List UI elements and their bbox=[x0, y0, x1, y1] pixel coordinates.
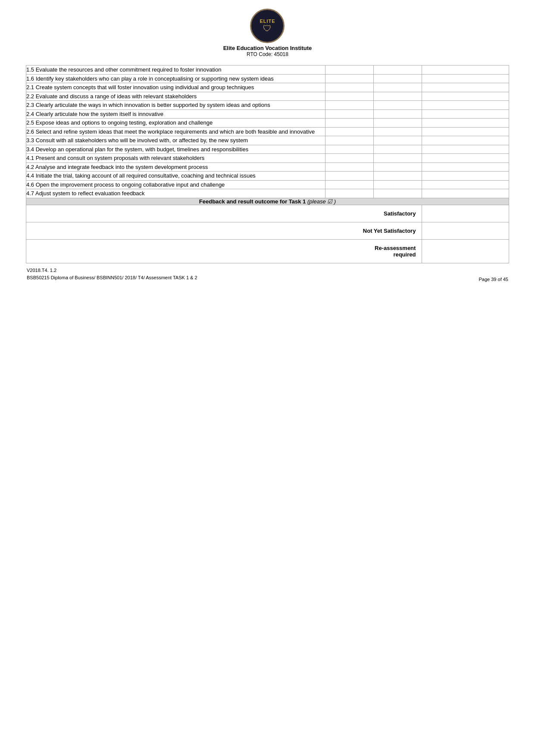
page: ELITE 🛡 Elite Education Vocation Institu… bbox=[0, 0, 535, 756]
outcome-satisfactory-row: Satisfactory bbox=[26, 205, 509, 222]
criteria-row: 4.4 Initiate the trial, taking account o… bbox=[26, 172, 509, 181]
institute-name: Elite Education Vocation Institute bbox=[223, 45, 312, 51]
criteria-row: 1.6 Identify key stakeholders who can pl… bbox=[26, 74, 509, 83]
footer-course: BSB50215 Diploma of Business/ BSBINN501/… bbox=[27, 274, 197, 282]
logo: ELITE 🛡 bbox=[250, 9, 285, 43]
feedback-label: Feedback and result outcome for Task 1 bbox=[199, 198, 306, 205]
rto-code: RTO Code: 45018 bbox=[247, 51, 288, 57]
col-empty-3-c4_1 bbox=[422, 154, 509, 163]
col-empty-3-c4_7 bbox=[422, 189, 509, 198]
nys-check[interactable] bbox=[422, 222, 509, 239]
outcome-reassess-row: Re-assessmentrequired bbox=[26, 239, 509, 263]
footer-page: Page 39 of 45 bbox=[479, 277, 508, 282]
criteria-text-c2_1: 2.1 Create system concepts that will fos… bbox=[26, 83, 325, 92]
col-empty-3-c2_3 bbox=[422, 101, 509, 110]
col-empty-2-c3_4 bbox=[374, 145, 422, 154]
col-empty-2-c4_1 bbox=[374, 154, 422, 163]
col-empty-2-c1_6 bbox=[374, 74, 422, 83]
page-header: ELITE 🛡 Elite Education Vocation Institu… bbox=[223, 9, 312, 57]
logo-shield-icon: 🛡 bbox=[263, 24, 272, 34]
col-empty-2-c2_6 bbox=[374, 127, 422, 136]
reassess-label: Re-assessmentrequired bbox=[26, 239, 422, 263]
col-empty-3-c4_6 bbox=[422, 180, 509, 189]
feedback-italic: (please ☑ ) bbox=[307, 198, 336, 205]
criteria-row: 2.6 Select and refine system ideas that … bbox=[26, 127, 509, 136]
criteria-text-c4_6: 4.6 Open the improvement process to ongo… bbox=[26, 180, 325, 189]
criteria-text-c3_4: 3.4 Develop an operational plan for the … bbox=[26, 145, 325, 154]
col-empty-1-c2_6 bbox=[325, 127, 374, 136]
criteria-text-c2_5: 2.5 Expose ideas and options to ongoing … bbox=[26, 119, 325, 128]
col-empty-1-c2_4 bbox=[325, 109, 374, 119]
col-empty-2-c4_6 bbox=[374, 180, 422, 189]
col-empty-1-c3_4 bbox=[325, 145, 374, 154]
footer-left: V2018.T4. 1.2 BSB50215 Diploma of Busine… bbox=[27, 267, 197, 282]
col-empty-2-c2_4 bbox=[374, 109, 422, 119]
col-empty-3-c3_3 bbox=[422, 136, 509, 145]
nys-label: Not Yet Satisfactory bbox=[26, 222, 422, 239]
criteria-text-c1_6: 1.6 Identify key stakeholders who can pl… bbox=[26, 74, 325, 83]
col-empty-1-c3_3 bbox=[325, 136, 374, 145]
col-empty-2-c2_5 bbox=[374, 119, 422, 128]
col-empty-1-c2_1 bbox=[325, 83, 374, 92]
criteria-row: 2.1 Create system concepts that will fos… bbox=[26, 83, 509, 92]
logo-text: ELITE bbox=[260, 19, 275, 24]
criteria-row: 4.1 Present and consult on system propos… bbox=[26, 154, 509, 163]
col-empty-3-c1_6 bbox=[422, 74, 509, 83]
criteria-text-c3_3: 3.3 Consult with all stakeholders who wi… bbox=[26, 136, 325, 145]
criteria-row: 4.7 Adjust system to reflect evaluation … bbox=[26, 189, 509, 198]
col-empty-3-c2_4 bbox=[422, 109, 509, 119]
col-empty-2-c1_5 bbox=[374, 66, 422, 75]
outcome-nys-row: Not Yet Satisfactory bbox=[26, 222, 509, 239]
col-empty-2-c3_3 bbox=[374, 136, 422, 145]
criteria-row: 2.3 Clearly articulate the ways in which… bbox=[26, 101, 509, 110]
col-empty-2-c4_7 bbox=[374, 189, 422, 198]
criteria-row: 2.5 Expose ideas and options to ongoing … bbox=[26, 119, 509, 128]
col-empty-2-c2_2 bbox=[374, 92, 422, 101]
criteria-text-c4_4: 4.4 Initiate the trial, taking account o… bbox=[26, 172, 325, 181]
criteria-text-c4_2: 4.2 Analyse and integrate feedback into … bbox=[26, 162, 325, 172]
page-footer: V2018.T4. 1.2 BSB50215 Diploma of Busine… bbox=[26, 267, 509, 282]
footer-version: V2018.T4. 1.2 bbox=[27, 267, 197, 275]
col-empty-1-c4_1 bbox=[325, 154, 374, 163]
criteria-text-c2_3: 2.3 Clearly articulate the ways in which… bbox=[26, 101, 325, 110]
col-empty-3-c4_2 bbox=[422, 162, 509, 172]
criteria-text-c4_7: 4.7 Adjust system to reflect evaluation … bbox=[26, 189, 325, 198]
col-empty-1-c4_2 bbox=[325, 162, 374, 172]
col-empty-3-c4_4 bbox=[422, 172, 509, 181]
col-empty-1-c1_5 bbox=[325, 66, 374, 75]
criteria-row: 3.4 Develop an operational plan for the … bbox=[26, 145, 509, 154]
criteria-text-c2_2: 2.2 Evaluate and discuss a range of idea… bbox=[26, 92, 325, 101]
col-empty-1-c4_6 bbox=[325, 180, 374, 189]
col-empty-3-c2_2 bbox=[422, 92, 509, 101]
col-empty-3-c2_1 bbox=[422, 83, 509, 92]
feedback-header-row: Feedback and result outcome for Task 1 (… bbox=[26, 198, 509, 205]
feedback-header-cell: Feedback and result outcome for Task 1 (… bbox=[26, 198, 509, 205]
col-empty-2-c2_1 bbox=[374, 83, 422, 92]
criteria-row: 3.3 Consult with all stakeholders who wi… bbox=[26, 136, 509, 145]
col-empty-2-c4_4 bbox=[374, 172, 422, 181]
criteria-table: 1.5 Evaluate the resources and other com… bbox=[26, 65, 509, 263]
col-empty-1-c2_2 bbox=[325, 92, 374, 101]
col-empty-3-c1_5 bbox=[422, 66, 509, 75]
criteria-text-c2_6: 2.6 Select and refine system ideas that … bbox=[26, 127, 325, 136]
col-empty-3-c3_4 bbox=[422, 145, 509, 154]
satisfactory-check[interactable] bbox=[422, 205, 509, 222]
reassess-check[interactable] bbox=[422, 239, 509, 263]
col-empty-1-c1_6 bbox=[325, 74, 374, 83]
criteria-text-c4_1: 4.1 Present and consult on system propos… bbox=[26, 154, 325, 163]
col-empty-3-c2_6 bbox=[422, 127, 509, 136]
criteria-row: 4.6 Open the improvement process to ongo… bbox=[26, 180, 509, 189]
col-empty-2-c4_2 bbox=[374, 162, 422, 172]
col-empty-1-c2_5 bbox=[325, 119, 374, 128]
criteria-text-c1_5: 1.5 Evaluate the resources and other com… bbox=[26, 66, 325, 75]
col-empty-1-c2_3 bbox=[325, 101, 374, 110]
criteria-row: 2.4 Clearly articulate how the system it… bbox=[26, 109, 509, 119]
criteria-row: 2.2 Evaluate and discuss a range of idea… bbox=[26, 92, 509, 101]
satisfactory-label: Satisfactory bbox=[26, 205, 422, 222]
col-empty-2-c2_3 bbox=[374, 101, 422, 110]
col-empty-3-c2_5 bbox=[422, 119, 509, 128]
col-empty-1-c4_4 bbox=[325, 172, 374, 181]
criteria-row: 4.2 Analyse and integrate feedback into … bbox=[26, 162, 509, 172]
criteria-text-c2_4: 2.4 Clearly articulate how the system it… bbox=[26, 109, 325, 119]
col-empty-1-c4_7 bbox=[325, 189, 374, 198]
